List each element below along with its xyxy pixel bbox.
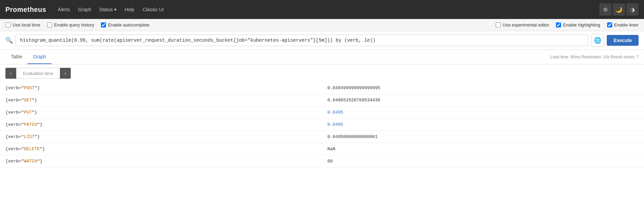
result-value: 0.049499999999999995 (322, 82, 644, 94)
settings-icon-button[interactable]: ⚙ (599, 3, 611, 16)
label-open-brace: { (5, 122, 8, 127)
label-key: verb (8, 110, 19, 115)
label-val: PUT (24, 110, 32, 115)
moon-icon-button[interactable]: 🌙 (613, 3, 625, 16)
classic-ui-link[interactable]: Classic UI (139, 5, 167, 14)
label-key: verb (8, 159, 19, 164)
toolbar: Use local time Enable query history Enab… (0, 19, 644, 31)
help-link[interactable]: Help (121, 5, 138, 14)
search-icon: 🔍 (5, 37, 13, 44)
label-eq: =" (19, 146, 24, 152)
tabs-bar: Table Graph Load time: 90ms Resolution: … (0, 50, 644, 64)
label-open-brace: { (5, 159, 8, 164)
use-local-time-text: Use local time (13, 22, 40, 27)
enable-highlighting-checkbox[interactable] (556, 22, 561, 27)
label-val: PATCH (24, 122, 37, 127)
eval-time-label: Evaluation time (16, 68, 60, 79)
table-row: {verb="DELETE"}NaN (0, 143, 644, 155)
label-key: verb (8, 85, 19, 91)
eval-next-button[interactable]: › (60, 68, 71, 79)
table-row: {verb="PUT"}0.0495 (0, 106, 644, 119)
label-close: "} (37, 159, 43, 164)
result-value: 0.0495 (322, 106, 644, 119)
enable-autocomplete-checkbox[interactable] (101, 22, 106, 27)
eval-bar: ‹ Evaluation time › (0, 64, 644, 82)
enable-linter-label[interactable]: Enable linter (607, 22, 639, 27)
label-open-brace: { (5, 85, 8, 91)
result-value: 0.04950000000000001 (322, 131, 644, 143)
table-row: {verb="POST"}0.049499999999999995 (0, 82, 644, 94)
label-close: "} (35, 85, 40, 91)
enable-autocomplete-text: Enable autocomplete (108, 22, 149, 27)
alerts-link[interactable]: Alerts (55, 5, 73, 14)
label-open-brace: { (5, 98, 8, 103)
use-experimental-editor-label[interactable]: Use experimental editor (496, 22, 549, 27)
label-key: verb (8, 134, 19, 139)
use-experimental-editor-text: Use experimental editor (503, 22, 549, 27)
label-open-brace: { (5, 146, 8, 152)
enable-query-history-text: Enable query history (54, 22, 94, 27)
label-val: POST (24, 85, 35, 91)
globe-button[interactable]: 🌐 (591, 34, 604, 47)
result-value: 0.0495 (322, 119, 644, 131)
enable-highlighting-label[interactable]: Enable highlighting (556, 22, 600, 27)
result-label: {verb="GET"} (0, 94, 322, 106)
label-close: "} (40, 146, 45, 152)
label-close: "} (32, 110, 37, 115)
table-row: {verb="WATCH"}60 (0, 155, 644, 168)
enable-autocomplete-label[interactable]: Enable autocomplete (101, 22, 149, 27)
result-label: {verb="LIST"} (0, 131, 322, 143)
label-val: LIST (24, 134, 35, 139)
use-local-time-checkbox[interactable] (5, 22, 10, 27)
label-key: verb (8, 98, 19, 103)
label-key: verb (8, 122, 19, 127)
label-open-brace: { (5, 134, 8, 139)
label-open-brace: { (5, 110, 8, 115)
tabs-info: Load time: 90ms Resolution: 14s Result s… (550, 55, 639, 59)
enable-linter-checkbox[interactable] (607, 22, 612, 27)
search-bar: 🔍 🌐 Execute (0, 31, 644, 50)
result-label: {verb="PATCH"} (0, 119, 322, 131)
globe-icon: 🌐 (594, 37, 601, 44)
tab-graph[interactable]: Graph (27, 50, 51, 64)
tabs-left: Table Graph (5, 50, 51, 64)
result-label: {verb="WATCH"} (0, 155, 322, 168)
label-val: DELETE (24, 146, 40, 152)
navbar-icon-group: ⚙ 🌙 ◑ (599, 3, 639, 16)
label-eq: =" (19, 85, 24, 91)
contrast-icon-button[interactable]: ◑ (626, 3, 639, 16)
label-val: GET (24, 98, 32, 103)
label-eq: =" (19, 122, 24, 127)
execute-button[interactable]: Execute (607, 35, 639, 46)
label-close: "} (35, 134, 40, 139)
brand-title: Prometheus (5, 6, 46, 14)
use-experimental-editor-checkbox[interactable] (496, 22, 501, 27)
result-value: 60 (322, 155, 644, 168)
table-row: {verb="GET"}0.049652620760534436 (0, 94, 644, 106)
nav-links: Alerts Graph Status ▾ Help Classic UI (55, 5, 167, 14)
status-label: Status (99, 7, 113, 12)
enable-query-history-checkbox[interactable] (47, 22, 52, 27)
use-local-time-label[interactable]: Use local time (5, 22, 40, 27)
results-table: {verb="POST"}0.049499999999999995{verb="… (0, 82, 644, 168)
result-label: {verb="POST"} (0, 82, 322, 94)
table-row: {verb="LIST"}0.04950000000000001 (0, 131, 644, 143)
label-eq: =" (19, 159, 24, 164)
label-close: "} (37, 122, 43, 127)
enable-query-history-label[interactable]: Enable query history (47, 22, 94, 27)
chevron-down-icon: ▾ (114, 7, 116, 12)
label-eq: =" (19, 110, 24, 115)
table-row: {verb="PATCH"}0.0495 (0, 119, 644, 131)
label-eq: =" (19, 98, 24, 103)
query-input[interactable] (16, 35, 588, 46)
result-label: {verb="DELETE"} (0, 143, 322, 155)
graph-link[interactable]: Graph (74, 5, 94, 14)
eval-prev-button[interactable]: ‹ (5, 68, 16, 79)
enable-linter-text: Enable linter (614, 22, 639, 27)
tab-table[interactable]: Table (5, 50, 27, 64)
enable-highlighting-text: Enable highlighting (563, 22, 600, 27)
status-dropdown[interactable]: Status ▾ (96, 5, 120, 14)
result-label: {verb="PUT"} (0, 106, 322, 119)
label-close: "} (32, 98, 37, 103)
label-key: verb (8, 146, 19, 152)
